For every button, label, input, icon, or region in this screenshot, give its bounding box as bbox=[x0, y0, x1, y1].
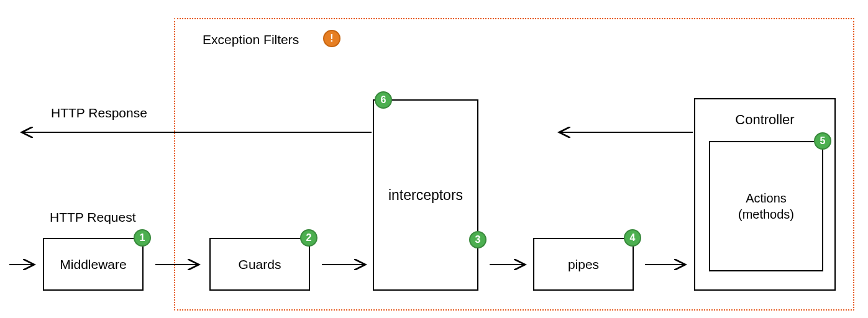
pipes-text: pipes bbox=[568, 257, 599, 272]
badge-2: 2 bbox=[300, 229, 318, 247]
badge-3: 3 bbox=[469, 231, 487, 248]
badge-5: 5 bbox=[814, 132, 831, 150]
exclamation-icon: ! bbox=[323, 30, 340, 47]
badge-2-text: 2 bbox=[306, 232, 312, 243]
badge-4: 4 bbox=[624, 229, 641, 247]
interceptors-text: interceptors bbox=[388, 187, 463, 204]
controller-inner-box: Actions (methods) bbox=[709, 141, 823, 271]
guards-text: Guards bbox=[239, 257, 281, 272]
badge-1: 1 bbox=[134, 229, 151, 247]
pipes-box: pipes bbox=[533, 238, 634, 291]
badge-4-text: 4 bbox=[630, 232, 636, 243]
exception-filters-label: Exception Filters bbox=[203, 32, 299, 47]
diagram-stage: Exception Filters ! HTTP Response HTTP R… bbox=[0, 0, 868, 318]
interceptors-box: interceptors bbox=[373, 99, 478, 291]
badge-6-text: 6 bbox=[381, 94, 386, 106]
middleware-box: Middleware bbox=[43, 238, 144, 291]
badge-3-text: 3 bbox=[475, 234, 481, 245]
badge-5-text: 5 bbox=[820, 135, 826, 147]
guards-box: Guards bbox=[209, 238, 310, 291]
http-request-label: HTTP Request bbox=[50, 210, 136, 225]
badge-6: 6 bbox=[375, 91, 392, 109]
badge-1-text: 1 bbox=[140, 232, 145, 243]
middleware-text: Middleware bbox=[60, 257, 126, 272]
controller-title: Controller bbox=[695, 112, 834, 128]
exclamation-text: ! bbox=[330, 33, 333, 44]
http-response-label: HTTP Response bbox=[51, 106, 147, 120]
controller-box: Controller Actions (methods) bbox=[694, 98, 836, 291]
